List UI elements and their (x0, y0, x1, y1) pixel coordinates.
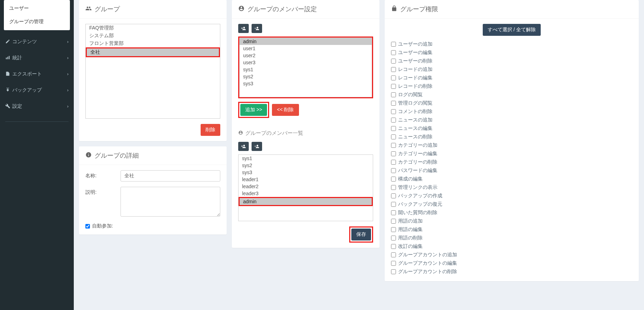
group-option[interactable]: FAQ管理部 (86, 24, 220, 32)
permission-label: 管理ログの閲覧 (398, 100, 432, 106)
group-desc-textarea[interactable] (121, 187, 220, 217)
permission-label: ニュースの追加 (398, 117, 432, 123)
group-members-listbox[interactable]: sys1sys2sys3leader1leader2leader3admin (238, 154, 373, 221)
permission-item: ログの閲覧 (391, 91, 632, 99)
remove-user-icon-button-2[interactable] (252, 142, 262, 151)
sidebar-item-label: コンテンツ (12, 39, 37, 45)
user-option[interactable]: sys2 (240, 73, 372, 80)
file-icon (5, 71, 12, 77)
user-option[interactable]: sys1 (240, 66, 372, 73)
sidebar-submenu-box: ユーザー グループの管理 (4, 0, 70, 30)
sidebar-divider (5, 121, 69, 122)
add-user-icon-button[interactable] (238, 24, 249, 33)
group-option[interactable]: 全社 (87, 48, 219, 56)
permission-checkbox[interactable] (391, 84, 396, 89)
user-circle-icon (238, 5, 245, 13)
permission-checkbox[interactable] (391, 193, 396, 198)
permission-label: 用語の削除 (398, 235, 423, 241)
groups-listbox[interactable]: FAQ管理部システム部フロント営業部全社 (85, 24, 220, 119)
permission-checkbox[interactable] (391, 101, 396, 106)
permission-checkbox[interactable] (391, 42, 396, 47)
permission-checkbox[interactable] (391, 59, 396, 64)
permission-checkbox[interactable] (391, 210, 396, 215)
permission-item: 用語の追加 (391, 217, 632, 225)
user-option[interactable]: user3 (240, 59, 372, 66)
permission-label: グループアカウントの追加 (398, 252, 457, 258)
sidebar-item-backup[interactable]: バックアップ › (5, 82, 69, 98)
permission-checkbox[interactable] (391, 151, 396, 156)
sidebar-item-group-management[interactable]: グループの管理 (4, 15, 70, 28)
user-option[interactable]: user1 (240, 45, 372, 52)
add-user-icon-button-2[interactable] (238, 142, 249, 151)
permission-label: 管理リンクの表示 (398, 184, 437, 191)
panel-title: グループの詳細 (95, 151, 139, 160)
permission-label: 開いた質問の削除 (398, 210, 437, 216)
auto-join-checkbox[interactable] (85, 224, 90, 229)
permission-checkbox[interactable] (391, 168, 396, 173)
permission-label: カテゴリーの削除 (398, 159, 437, 165)
members-list-title: グループのメンバー一覧 (245, 130, 303, 137)
sidebar-item-export[interactable]: エクスポート › (5, 66, 69, 82)
toggle-all-perms-button[interactable]: すべて選択 / 全て解除 (483, 24, 541, 36)
permission-checkbox[interactable] (391, 269, 396, 274)
group-option[interactable]: システム部 (86, 32, 220, 40)
sidebar-item-users[interactable]: ユーザー (4, 2, 70, 15)
permission-checkbox[interactable] (391, 126, 396, 131)
user-option[interactable]: user2 (240, 52, 372, 59)
permission-label: ユーザーの追加 (398, 41, 432, 47)
member-option[interactable]: leader3 (239, 190, 373, 197)
permission-checkbox[interactable] (391, 252, 396, 257)
permission-checkbox[interactable] (391, 261, 396, 266)
permission-label: カテゴリーの編集 (398, 151, 437, 157)
user-option[interactable]: admin (240, 38, 372, 45)
permission-checkbox[interactable] (391, 134, 396, 139)
save-button[interactable]: 保存 (351, 229, 371, 240)
permission-item: 用語の編集 (391, 225, 632, 234)
permission-checkbox[interactable] (391, 177, 396, 182)
permission-checkbox[interactable] (391, 236, 396, 240)
all-users-listbox[interactable]: adminuser1user2user3sys1sys2sys3 (239, 38, 372, 97)
user-option[interactable]: sys3 (240, 80, 372, 87)
permission-item: ニュースの追加 (391, 116, 632, 124)
permission-checkbox[interactable] (391, 109, 396, 114)
permission-item: 改訂の編集 (391, 242, 632, 251)
remove-member-button[interactable]: << 削除 (272, 104, 299, 116)
svg-rect-2 (9, 56, 9, 59)
permission-item: 用語の削除 (391, 234, 632, 242)
permission-checkbox[interactable] (391, 143, 396, 148)
permission-checkbox[interactable] (391, 227, 396, 232)
sidebar-item-contents[interactable]: コンテンツ › (5, 34, 69, 50)
member-option[interactable]: sys1 (239, 155, 373, 162)
remove-user-icon-button[interactable] (252, 24, 262, 33)
permission-label: 改訂の編集 (398, 243, 423, 250)
permission-checkbox[interactable] (391, 244, 396, 249)
groups-panel: グループ FAQ管理部システム部フロント営業部全社 削除 (79, 0, 227, 141)
group-name-input[interactable] (121, 170, 220, 182)
permission-item: レコードの編集 (391, 74, 632, 82)
permission-checkbox[interactable] (391, 92, 396, 97)
permission-checkbox[interactable] (391, 202, 396, 207)
permission-checkbox[interactable] (391, 185, 396, 190)
permission-item: レコードの追加 (391, 65, 632, 74)
permission-checkbox[interactable] (391, 67, 396, 72)
auto-join-label: 自動参加: (92, 223, 113, 229)
permission-label: ログの閲覧 (398, 92, 423, 98)
permission-checkbox[interactable] (391, 118, 396, 123)
member-option[interactable]: sys3 (239, 169, 373, 176)
permission-label: レコードの編集 (398, 75, 432, 81)
permission-label: カテゴリーの追加 (398, 142, 437, 149)
permission-checkbox[interactable] (391, 219, 396, 224)
delete-group-button[interactable]: 削除 (201, 124, 220, 136)
sidebar-item-settings[interactable]: 設定 › (5, 98, 69, 114)
group-details-panel: グループの詳細 名称: 説明: 自動参加: (79, 146, 227, 235)
member-option[interactable]: sys2 (239, 162, 373, 169)
member-option[interactable]: leader2 (239, 183, 373, 190)
permission-checkbox[interactable] (391, 50, 396, 55)
permission-checkbox[interactable] (391, 75, 396, 80)
member-option[interactable]: admin (240, 198, 372, 205)
add-member-button[interactable]: 追加 >> (240, 104, 267, 116)
group-option[interactable]: フロント営業部 (86, 40, 220, 47)
member-option[interactable]: leader1 (239, 176, 373, 183)
permission-checkbox[interactable] (391, 160, 396, 165)
sidebar-item-stats[interactable]: 統計 › (5, 50, 69, 66)
